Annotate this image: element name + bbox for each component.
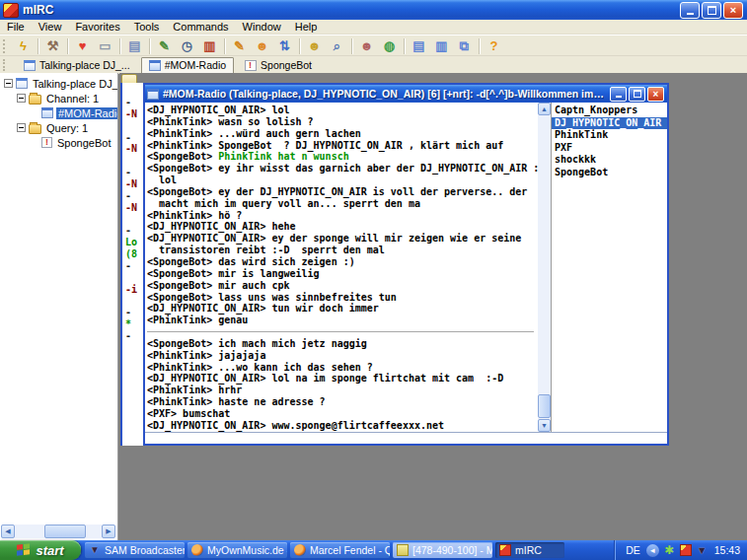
userlist-item-pxf[interactable]: PXF [552, 142, 667, 155]
popups-button[interactable]: ⇅ [273, 36, 296, 56]
channels-list-button[interactable]: ▭ [94, 36, 116, 56]
userlist-item-phinktink[interactable]: PhinkTink [552, 129, 667, 142]
scrollbar-thumb[interactable] [44, 525, 86, 538]
tree-item-query-1[interactable]: Query: 1 [0, 120, 117, 135]
taskbar-button-478-490-100-me[interactable]: [478-490-100] - Me... [393, 542, 492, 558]
chat-text-segment: <PhinkTink> jajajaja [147, 350, 265, 361]
minimize-button[interactable] [680, 2, 700, 19]
chat-message: <SpongeBot> ich mach mich jetz naggig [147, 338, 538, 350]
scroll-right-arrow-icon[interactable]: ▶ [102, 525, 115, 538]
remote-button[interactable]: ☻ [355, 36, 378, 56]
scroll-left-arrow-icon[interactable]: ◀ [1, 525, 15, 538]
menu-file[interactable]: File [0, 21, 32, 33]
taskbar-button-label: [478-490-100] - Me... [412, 544, 492, 556]
tab-label: Talking-place DJ_... [39, 59, 130, 71]
channel-maximize-button[interactable] [629, 87, 645, 102]
channel-close-button[interactable]: × [647, 87, 664, 102]
menu-tools[interactable]: Tools [127, 21, 167, 33]
channel-input[interactable] [145, 432, 667, 444]
line-marker-separator [147, 326, 538, 338]
chat-message: transistoren reibt :-D sperrt den mal [147, 245, 538, 256]
taskbar-clock[interactable]: 15:43 [714, 544, 740, 556]
background-status-window-sliver[interactable]: --N --N --N--N -Lo(8- -i -*- [120, 83, 143, 446]
cascade-windows-button[interactable]: ⧉ [453, 36, 476, 56]
scroll-up-arrow-icon[interactable]: ▲ [538, 103, 551, 115]
chat-text-segment: <SpongeBot> mir is langweilig [147, 268, 320, 279]
status-text-fragment: * [125, 318, 143, 330]
taskbar-button-myownmusic-de-c[interactable]: MyOwnMusic.de - 'c... [187, 542, 287, 558]
tree-item-channel-1[interactable]: Channel: 1 [0, 91, 117, 105]
chat-text-segment: <SpongeBot> ey ihr wisst das garnich abe… [147, 163, 538, 174]
start-button[interactable]: start [0, 540, 81, 560]
chat-message: <PhinkTink> jajajaja [147, 350, 538, 362]
tab-spongebot[interactable]: SpongeBot [237, 57, 320, 74]
aliases-button[interactable]: ☻ [251, 36, 273, 56]
chat-message: <DJ_HYPNOTIC_ON_AIR> www.sponge@flirtcaf… [147, 420, 538, 432]
connect-button[interactable]: ϟ [12, 36, 35, 56]
tile-vertical-button[interactable]: ▥ [430, 36, 453, 56]
menu-view[interactable]: View [32, 21, 69, 33]
channel-window-titlebar[interactable]: #MOM-Radio (Talking-place, DJ_HYPNOTIC_O… [145, 85, 667, 103]
chat-text-segment: <DJ_HYPNOTIC_ON_AIR> lol [147, 105, 290, 115]
hide-chevron-icon[interactable]: ◂ [646, 544, 659, 557]
taskbar-button-mirc[interactable]: mIRC [495, 542, 564, 558]
cascade-windows-icon: ⧉ [460, 39, 469, 52]
scripts-editor-button[interactable]: ✎ [228, 36, 251, 56]
mirc-icon[interactable] [680, 544, 692, 556]
taskbar-button-marcel-fendel-quic[interactable]: Marcel Fendel - Quic... [290, 542, 390, 558]
status-text-fragment: - [125, 225, 143, 237]
status-text-fragment: - [125, 167, 143, 178]
notes-button[interactable]: ✎ [153, 36, 176, 56]
menu-help[interactable]: Help [288, 21, 325, 33]
status-text-fragment: - [125, 330, 143, 342]
favorites-button[interactable]: ♥ [71, 36, 94, 56]
menu-window[interactable]: Window [236, 21, 288, 33]
scrollbar-track[interactable] [15, 525, 102, 538]
tab-talking-place-dj[interactable]: Talking-place DJ_... [16, 57, 138, 74]
sam-icon[interactable]: ▼ [696, 544, 709, 557]
channel-icon [41, 107, 53, 118]
chat-text-segment: transistoren reibt :-D sperrt den mal [147, 245, 385, 255]
tile-horizontal-button[interactable]: ▤ [408, 36, 430, 56]
menu-commands[interactable]: Commands [166, 21, 235, 33]
users-button[interactable]: ☻ [303, 36, 326, 56]
tree-horizontal-scrollbar[interactable]: ◀ ▶ [1, 525, 115, 538]
colors-icon: ▥ [203, 39, 215, 52]
chat-text-segment: <PhinkTink> wasn so lolish ? [147, 116, 314, 127]
toolbar-separator [351, 38, 352, 54]
chat-text-segment: <DJ_HYPNOTIC_ON_AIR> www.sponge@flirtcaf… [147, 420, 444, 431]
userlist-item-captn-knoppers[interactable]: Captn_Knoppers [552, 105, 667, 117]
start-button-label: start [36, 543, 63, 558]
status-window-button[interactable]: ▤ [123, 36, 146, 56]
menu-favorites[interactable]: Favorites [68, 21, 126, 33]
status-flower-icon[interactable]: ✱ [663, 544, 676, 557]
channel-window-controls: × [604, 87, 667, 102]
language-indicator[interactable]: DE [626, 544, 640, 556]
tree-item-talking-place-dj-hypnot[interactable]: Talking-place DJ_HYPNOT [0, 76, 117, 91]
chat-text-segment: <PhinkTink> ...wo kann ich das sehen ? [147, 362, 373, 373]
taskbar-button-sam-broadcaster[interactable]: ▼SAM Broadcaster [85, 542, 185, 558]
userlist-item-shockkk[interactable]: shockkk [552, 154, 667, 167]
tree-item-mom-radio[interactable]: #MOM-Radio [0, 105, 117, 120]
userlist-item-dj-hypnotic-on-air[interactable]: DJ_HYPNOTIC_ON_AIR [552, 117, 667, 130]
scroll-down-arrow-icon[interactable]: ▼ [538, 419, 551, 432]
tree-item-spongebot[interactable]: SpongeBot [0, 135, 117, 150]
close-button[interactable]: × [723, 2, 743, 19]
options-button[interactable]: ⚒ [41, 36, 64, 56]
restore-button[interactable] [702, 2, 721, 19]
notify-list-button[interactable]: ◍ [378, 36, 401, 56]
expander-icon[interactable] [17, 123, 26, 132]
colors-button[interactable]: ▥ [198, 36, 221, 56]
variables-button[interactable]: ⌕ [326, 36, 348, 56]
scrollbar-thumb[interactable] [538, 394, 551, 418]
tab-mom-radio[interactable]: #MOM-Radio [141, 57, 234, 74]
expander-icon[interactable] [4, 79, 13, 88]
sam-icon: ▼ [89, 544, 101, 556]
chat-text-segment: <PXF> bumschat [147, 408, 230, 419]
help-button[interactable]: ? [483, 36, 505, 56]
channel-minimize-button[interactable] [610, 87, 627, 102]
expander-icon[interactable] [17, 94, 26, 103]
userlist-item-spongebot[interactable]: SpongeBot [552, 167, 667, 179]
chat-vertical-scrollbar[interactable]: ▲ ▼ [538, 103, 551, 432]
timer-button[interactable]: ◷ [176, 36, 198, 56]
